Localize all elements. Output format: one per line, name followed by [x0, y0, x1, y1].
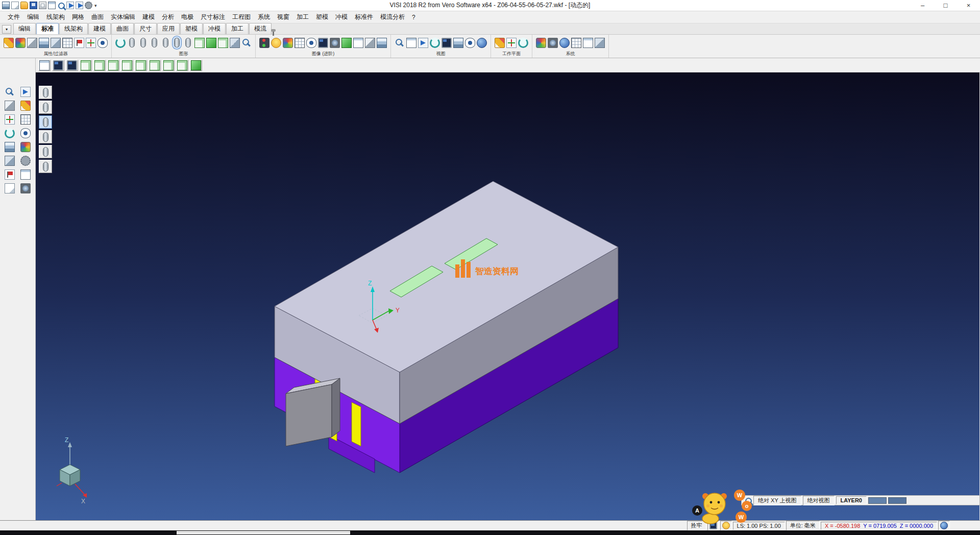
filter-grid-icon[interactable]: [62, 38, 72, 48]
menu-编辑[interactable]: 编辑: [23, 11, 43, 23]
graphics-bin-2-icon[interactable]: [140, 38, 146, 47]
redraw-icon[interactable]: [465, 38, 475, 48]
grid-settings-icon[interactable]: [571, 38, 581, 48]
hidden-line-icon[interactable]: [218, 38, 228, 48]
print-icon[interactable]: [39, 2, 46, 9]
view-orient-icon[interactable]: [477, 38, 487, 48]
menu-实体编辑[interactable]: 实体编辑: [107, 11, 139, 23]
attribute-edit-icon[interactable]: [4, 38, 14, 48]
settings-tool-button[interactable]: [19, 155, 32, 167]
bounding-box-icon[interactable]: [230, 38, 240, 48]
menu-塑模[interactable]: 塑模: [312, 11, 332, 23]
graphics-bin-3-icon[interactable]: [152, 38, 157, 47]
ucs-tool-button[interactable]: [3, 113, 16, 126]
transparency-icon[interactable]: [306, 38, 316, 48]
layers-tool-button[interactable]: [3, 141, 16, 153]
menu-建模[interactable]: 建模: [139, 11, 158, 23]
zoom-all-icon[interactable]: [395, 38, 405, 48]
visibility-tool-button[interactable]: [19, 127, 32, 139]
graphics-bin-1-icon[interactable]: [129, 38, 135, 47]
menu-电极[interactable]: 电极: [178, 11, 197, 23]
graphics-bin-5-icon[interactable]: [185, 38, 191, 47]
wireframe-display-icon[interactable]: [194, 38, 205, 48]
system-settings-icon[interactable]: [559, 38, 570, 48]
tab-模流[interactable]: 模流: [249, 23, 272, 34]
display-bin-6-button[interactable]: [39, 160, 52, 173]
lights-icon[interactable]: [271, 38, 281, 48]
highlight-status-button[interactable]: [720, 521, 732, 530]
tab-编辑[interactable]: 编辑: [13, 23, 36, 34]
menu-加工[interactable]: 加工: [293, 11, 312, 23]
zoom-selected-icon[interactable]: [241, 38, 252, 48]
color-swatch-primary[interactable]: [868, 497, 887, 504]
undo-icon[interactable]: [66, 2, 74, 9]
snap-grid-tool-button[interactable]: [19, 113, 32, 126]
view-orientation-status[interactable]: 绝对 XY 上视图: [753, 496, 801, 505]
menu-工程图[interactable]: 工程图: [229, 11, 254, 23]
tab-冲模[interactable]: 冲模: [203, 23, 226, 34]
graphics-bin-active-icon[interactable]: [174, 38, 180, 47]
menu-?[interactable]: ?: [408, 12, 419, 22]
color-swatch-secondary[interactable]: [888, 497, 906, 504]
tab-建模[interactable]: 建模: [88, 23, 111, 34]
display-bin-4-button[interactable]: [39, 130, 52, 143]
view-mode-status[interactable]: 绝对视图: [803, 496, 835, 505]
workplane-create-icon[interactable]: [495, 38, 505, 48]
maximize-button[interactable]: □: [934, 0, 957, 11]
preview-icon[interactable]: [57, 2, 65, 9]
view-manager-icon[interactable]: [453, 38, 463, 48]
textures-icon[interactable]: [295, 38, 305, 48]
filter-text-icon[interactable]: [74, 38, 84, 48]
open-file-icon[interactable]: [20, 2, 28, 9]
view-bottom-button[interactable]: [162, 60, 175, 71]
refresh-view-button[interactable]: [66, 60, 78, 71]
shaded-display-icon[interactable]: [206, 38, 216, 48]
graphics-bin-4-icon[interactable]: [163, 38, 168, 47]
view-right-button[interactable]: [149, 60, 161, 71]
menu-文件[interactable]: 文件: [4, 11, 23, 23]
tab-曲面[interactable]: 曲面: [111, 23, 134, 34]
filter-trim-icon[interactable]: [27, 38, 37, 48]
capture-tool-button[interactable]: [19, 182, 32, 194]
close-button[interactable]: ×: [957, 0, 980, 11]
zoom-tool-button[interactable]: [3, 86, 16, 98]
filter-axis-icon[interactable]: [86, 38, 96, 48]
units-status[interactable]: 单位: 毫米: [786, 521, 820, 530]
plot-icon[interactable]: [48, 2, 56, 9]
save-icon[interactable]: [30, 2, 37, 9]
trim-tool-button[interactable]: [3, 100, 16, 112]
profiles-icon[interactable]: [595, 38, 605, 48]
options-icon[interactable]: [85, 2, 92, 9]
sketch-tool-button[interactable]: [19, 100, 32, 112]
tab-尺寸[interactable]: 尺寸: [134, 23, 157, 34]
snapshot-icon[interactable]: [548, 38, 558, 48]
pan-icon[interactable]: [418, 38, 428, 48]
rotate-tool-button[interactable]: [3, 127, 16, 139]
toolbar-dropdown-button[interactable]: ▾: [2, 25, 11, 34]
display-bin-3-button[interactable]: [39, 115, 52, 129]
menu-分析[interactable]: 分析: [158, 11, 178, 23]
view-back-button[interactable]: [121, 60, 133, 71]
filter-solids-icon[interactable]: [51, 38, 61, 48]
new-file-icon[interactable]: [11, 2, 19, 9]
filter-surfaces-icon[interactable]: [39, 38, 49, 48]
dynamic-view-icon[interactable]: [442, 38, 452, 48]
attribute-copy-icon[interactable]: [15, 38, 26, 48]
tab-应用[interactable]: 应用: [157, 23, 180, 34]
view-left-button[interactable]: [135, 60, 147, 71]
world-status-button[interactable]: [938, 521, 950, 530]
menu-视窗[interactable]: 视窗: [274, 11, 293, 23]
materials-icon[interactable]: [283, 38, 293, 48]
viewport-3d[interactable]: Z Y 智造资料网: [36, 72, 980, 520]
taskbar-item[interactable]: [177, 531, 350, 534]
full-screen-button[interactable]: [52, 60, 64, 71]
compare-icon[interactable]: [377, 38, 387, 48]
menu-网格[interactable]: 网格: [68, 11, 88, 23]
refresh-graphics-icon[interactable]: [115, 38, 126, 48]
select-tool-button[interactable]: [19, 86, 32, 98]
tab-线架构[interactable]: 线架构: [59, 23, 88, 34]
display-bin-1-button[interactable]: [39, 86, 52, 99]
layout-settings-icon[interactable]: [583, 38, 593, 48]
workplane-align-icon[interactable]: [506, 38, 517, 48]
scale-status[interactable]: LS: 1.00 PS: 1.00: [733, 522, 785, 530]
